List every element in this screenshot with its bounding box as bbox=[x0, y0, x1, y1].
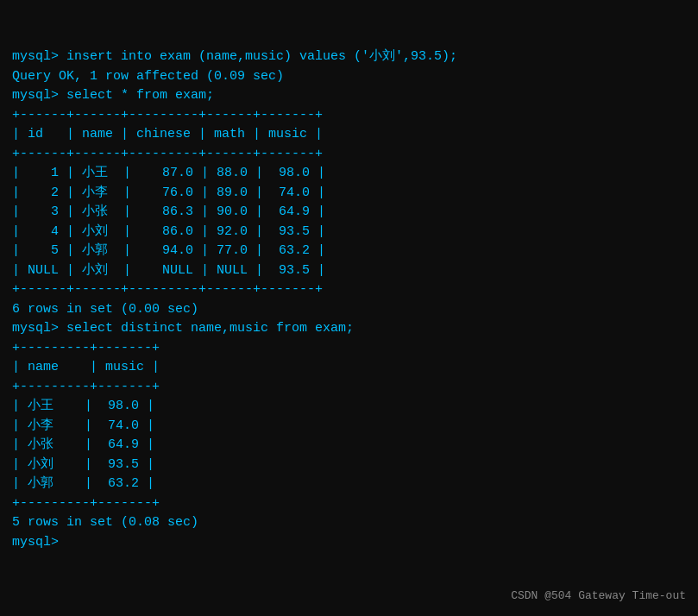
terminal-line: | 3 | 小张 | 86.3 | 90.0 | 64.9 | bbox=[12, 203, 686, 223]
terminal-line: | id | name | chinese | math | music | bbox=[12, 125, 686, 145]
terminal-line: | 2 | 小李 | 76.0 | 89.0 | 74.0 | bbox=[12, 184, 686, 204]
terminal-line: +---------+-------+ bbox=[12, 378, 686, 398]
terminal-output: mysql> insert into exam (name,music) val… bbox=[12, 9, 686, 572]
watermark: CSDN @504 Gateway Time-out bbox=[511, 588, 686, 605]
terminal-line: +------+------+---------+------+-------+ bbox=[12, 280, 686, 300]
terminal-line: +---------+-------+ bbox=[12, 494, 686, 514]
terminal-line: Query OK, 1 row affected (0.09 sec) bbox=[12, 67, 686, 87]
terminal-line: | 5 | 小郭 | 94.0 | 77.0 | 63.2 | bbox=[12, 242, 686, 261]
terminal-line: | NULL | 小刘 | NULL | NULL | 93.5 | bbox=[12, 261, 686, 281]
terminal-line: | 小李 | 74.0 | bbox=[12, 417, 686, 437]
terminal-line: +---------+-------+ bbox=[12, 339, 686, 359]
terminal-line: mysql> select * from exam; bbox=[12, 86, 686, 106]
terminal-line: | name | music | bbox=[12, 358, 686, 378]
terminal-line: | 小郭 | 63.2 | bbox=[12, 475, 686, 494]
terminal-line: 6 rows in set (0.00 sec) bbox=[12, 300, 686, 320]
terminal-line: +------+------+---------+------+-------+ bbox=[12, 145, 686, 165]
terminal-line: 5 rows in set (0.08 sec) bbox=[12, 513, 686, 533]
terminal-line: | 4 | 小刘 | 86.0 | 92.0 | 93.5 | bbox=[12, 223, 686, 242]
terminal-line: | 小王 | 98.0 | bbox=[12, 397, 686, 417]
terminal-line: | 1 | 小王 | 87.0 | 88.0 | 98.0 | bbox=[12, 164, 686, 184]
terminal-line: mysql> select distinct name,music from e… bbox=[12, 319, 686, 339]
terminal-line: mysql> bbox=[12, 533, 686, 553]
terminal-line: | 小刘 | 93.5 | bbox=[12, 456, 686, 475]
terminal-line: +------+------+---------+------+-------+ bbox=[12, 106, 686, 126]
terminal-content: mysql> insert into exam (name,music) val… bbox=[12, 47, 686, 552]
terminal-line: mysql> insert into exam (name,music) val… bbox=[12, 47, 686, 67]
terminal-line: | 小张 | 64.9 | bbox=[12, 436, 686, 456]
